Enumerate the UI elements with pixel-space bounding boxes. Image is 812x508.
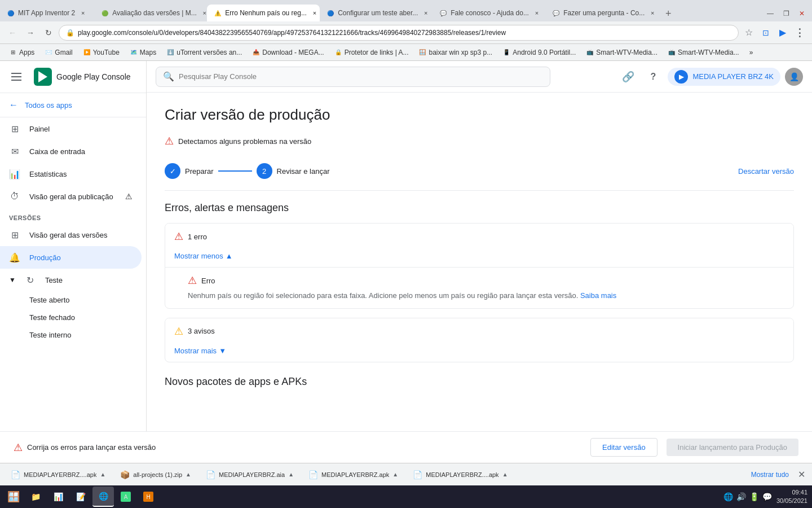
error-description: Nenhum país ou região foi selecionado pa… bbox=[188, 291, 578, 300]
edit-version-button[interactable]: Editar versão bbox=[590, 438, 657, 457]
search-input[interactable] bbox=[179, 72, 543, 81]
error-item-header: ⚠ Erro bbox=[188, 274, 784, 287]
sidebar-item-teste-aberto[interactable]: Teste aberto bbox=[0, 291, 146, 309]
bookmark-more[interactable]: » bbox=[745, 47, 758, 58]
visao-versoes-icon: ⊞ bbox=[9, 229, 20, 240]
estatisticas-label: Estatísticas bbox=[29, 170, 67, 178]
download-item-4[interactable]: 📄 MEDIAPLAYERBRZ.apk ▲ bbox=[302, 467, 404, 482]
downloads-bar: 📄 MEDIAPLAYERBRZ....apk ▲ 📦 all-projects… bbox=[0, 463, 812, 485]
show-all-downloads-button[interactable]: Mostrar tudo bbox=[747, 468, 793, 481]
app-chip[interactable]: ▶ MEDIA PLAYER BRZ 4K bbox=[668, 68, 780, 86]
close-downloads-button[interactable]: ✕ bbox=[796, 467, 807, 482]
link-icon-button[interactable]: 🔗 bbox=[618, 67, 638, 87]
tab-fazer[interactable]: 💬 Fazer uma pergunta - Co... × bbox=[545, 5, 658, 21]
tab-title-1: MIT App Inventor 2 bbox=[18, 9, 75, 17]
bookmark-utorrent[interactable]: ⬇️ uTorrent versões an... bbox=[162, 47, 246, 58]
bookmark-maps[interactable]: 🗺️ Maps bbox=[125, 47, 161, 58]
tab-mit-app[interactable]: 🔵 MIT App Inventor 2 × bbox=[0, 5, 94, 21]
download-name-2: all-projects (1).zip bbox=[133, 471, 182, 478]
download-item-1[interactable]: 📄 MEDIAPLAYERBRZ....apk ▲ bbox=[5, 467, 112, 482]
sidebar-item-caixa[interactable]: ✉ Caixa de entrada bbox=[0, 140, 142, 163]
sidebar-item-teste-interno[interactable]: Teste interno bbox=[0, 326, 146, 344]
bookmark-android[interactable]: 📱 Android 9.0 Portátil... bbox=[498, 47, 580, 58]
menu-button[interactable]: ⋮ bbox=[792, 25, 807, 41]
sidebar-item-estatisticas[interactable]: 📊 Estatísticas bbox=[0, 163, 142, 185]
taskbar-item-excel[interactable]: 📊 bbox=[47, 487, 69, 507]
notifications-icon: 💬 bbox=[762, 492, 772, 501]
step-revisar-circle: 2 bbox=[257, 163, 272, 179]
bookmark-smart2[interactable]: 📺 Smart-WTV-Media... bbox=[663, 47, 744, 58]
play-button[interactable]: ▶ bbox=[775, 25, 791, 41]
battery-icon: 🔋 bbox=[749, 492, 759, 501]
download-chevron-2: ▲ bbox=[186, 471, 191, 478]
back-button[interactable]: ← bbox=[5, 25, 20, 41]
bookmark-favicon-youtube: ▶️ bbox=[83, 49, 91, 56]
taskbar-clock[interactable]: 09:41 30/05/2021 bbox=[776, 488, 807, 506]
start-button[interactable]: 🪟 bbox=[5, 488, 23, 506]
cast-button[interactable]: ⊡ bbox=[758, 25, 774, 41]
launch-button[interactable]: Iniciar lançamento para Produção bbox=[667, 439, 798, 456]
sidebar-item-teste-fechado[interactable]: Teste fechado bbox=[0, 309, 146, 326]
tab-close-5[interactable]: × bbox=[532, 8, 541, 17]
tab-close-4[interactable]: × bbox=[421, 8, 430, 17]
back-to-apps-button[interactable]: ← Todos os apps bbox=[0, 93, 146, 117]
reload-button[interactable]: ↻ bbox=[41, 25, 56, 41]
step-preparar-circle: ✓ bbox=[165, 163, 180, 179]
bookmark-favicon-mega: 📥 bbox=[252, 49, 260, 56]
show-less-toggle[interactable]: Mostrar menos ▲ bbox=[165, 249, 793, 267]
chevron-up-icon: ▲ bbox=[226, 252, 233, 260]
tab-title-6: Fazer uma pergunta - Co... bbox=[563, 9, 645, 17]
sidebar: Google Play Console ← Todos os apps ⊞ Pa… bbox=[0, 61, 147, 431]
bookmark-apps[interactable]: ⊞ Apps bbox=[5, 47, 39, 58]
sidebar-item-visao-pub[interactable]: ⏱ Visão geral da publicação ⚠ bbox=[0, 185, 142, 208]
new-packages-title: Novos pacotes de apps e APKs bbox=[165, 376, 794, 388]
tab-fale[interactable]: 💬 Fale conosco - Ajuda do... × bbox=[433, 5, 545, 21]
tab-configurar[interactable]: 🔵 Configurar um teste aber... × bbox=[320, 5, 433, 21]
close-button[interactable]: ✕ bbox=[794, 6, 810, 21]
show-more-toggle[interactable]: Mostrar mais ▼ bbox=[165, 344, 793, 362]
search-container[interactable]: 🔍 bbox=[156, 67, 550, 87]
taskbar-item-explorer[interactable]: 📁 bbox=[25, 487, 46, 507]
tab-close-6[interactable]: × bbox=[648, 8, 657, 17]
discard-version-link[interactable]: Descartar versão bbox=[738, 167, 794, 176]
steps-left: ✓ Preparar 2 Revisar e lançar bbox=[165, 163, 330, 179]
bookmark-button[interactable]: ☆ bbox=[741, 25, 757, 41]
user-avatar[interactable]: 👤 bbox=[785, 68, 803, 86]
learn-more-link[interactable]: Saiba mais bbox=[580, 291, 616, 300]
bookmark-protetor[interactable]: 🔒 Protetor de links | A... bbox=[330, 47, 413, 58]
tab-erro[interactable]: ⚠️ Erro Nenhum país ou reg... × bbox=[207, 5, 320, 21]
tab-close-3[interactable]: × bbox=[310, 8, 319, 17]
bookmark-gmail[interactable]: ✉️ Gmail bbox=[40, 47, 77, 58]
bookmark-smart1[interactable]: 📺 Smart-WTV-Media... bbox=[581, 47, 662, 58]
bookmark-winxp[interactable]: 🪟 baixar win xp sp3 p... bbox=[414, 47, 497, 58]
error-header: ⚠ 1 erro bbox=[165, 224, 793, 249]
download-item-3[interactable]: 📄 MEDIAPLAYERBRZ.aia ▲ bbox=[200, 467, 300, 482]
taskbar-item-other[interactable]: H bbox=[138, 487, 159, 507]
minimize-button[interactable]: — bbox=[762, 6, 778, 21]
sidebar-item-teste[interactable]: ▼ ↻ Teste bbox=[0, 269, 142, 291]
address-bar[interactable]: 🔒 play.google.com/console/u/0/developers… bbox=[59, 25, 739, 41]
download-item-2[interactable]: 📦 all-projects (1).zip ▲ bbox=[114, 467, 197, 482]
warning-header: ⚠ 3 avisos bbox=[165, 318, 793, 344]
tab-avaliacao[interactable]: 🟢 Avaliação das versões | M... × bbox=[94, 5, 207, 21]
sidebar-item-producao[interactable]: 🔔 Produção bbox=[0, 246, 142, 269]
bookmark-mega[interactable]: 📥 Download - MEGA... bbox=[248, 47, 328, 58]
sidebar-item-visao-versoes[interactable]: ⊞ Visão geral das versões bbox=[0, 224, 142, 246]
sidebar-item-painel[interactable]: ⊞ Painel bbox=[0, 117, 142, 140]
hamburger-button[interactable] bbox=[9, 68, 27, 86]
download-item-5[interactable]: 📄 MEDIAPLAYERBRZ....apk ▲ bbox=[407, 467, 514, 482]
taskbar-item-notepad[interactable]: 📝 bbox=[70, 487, 91, 507]
notepad-icon: 📝 bbox=[76, 492, 86, 502]
new-tab-button[interactable]: + bbox=[660, 6, 676, 21]
forward-button[interactable]: → bbox=[23, 25, 38, 41]
taskbar-item-studio[interactable]: A bbox=[115, 487, 136, 507]
tab-close-2[interactable]: × bbox=[200, 8, 207, 17]
bottom-error-icon: ⚠ bbox=[14, 441, 23, 454]
help-icon-button[interactable]: ? bbox=[643, 67, 663, 87]
warning-section: ⚠ 3 avisos Mostrar mais ▼ bbox=[165, 318, 794, 362]
tab-close-1[interactable]: × bbox=[78, 8, 87, 17]
maximize-button[interactable]: ❐ bbox=[778, 6, 794, 21]
bookmark-youtube[interactable]: ▶️ YouTube bbox=[78, 47, 124, 58]
taskbar-item-browser[interactable]: 🌐 bbox=[92, 487, 114, 507]
visao-pub-warning-icon: ⚠ bbox=[125, 192, 133, 201]
